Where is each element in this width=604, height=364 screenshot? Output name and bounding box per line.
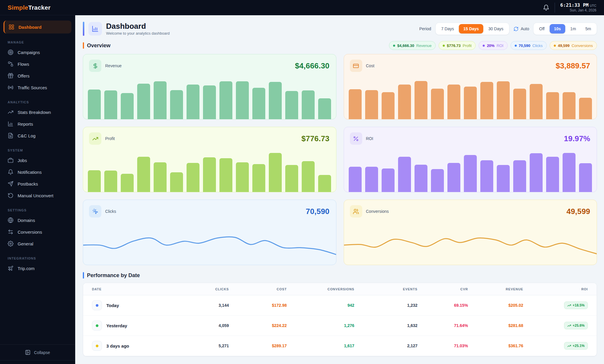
- section-label-system: SYSTEM: [8, 149, 67, 152]
- revenue-bar-chart: [88, 76, 331, 119]
- cell-roi: +25.6%: [573, 323, 585, 328]
- sidebar-item-label: Offers: [18, 73, 30, 78]
- sidebar-item-jobs[interactable]: Jobs: [0, 154, 75, 166]
- dollar-icon: [89, 60, 101, 72]
- chart-bar: [302, 90, 315, 119]
- cell-revenue: $361.76: [468, 343, 523, 348]
- badge-dot: [554, 45, 556, 47]
- cell-conversions: 1,276: [287, 323, 354, 328]
- sidebar-item-notifications[interactable]: Notifications: [0, 166, 75, 178]
- sidebar-item-label: Flows: [18, 62, 29, 67]
- card-label: Revenue: [105, 63, 122, 68]
- cell-cvr: 69.15%: [417, 303, 468, 308]
- conversions-card: Conversions 49,599: [344, 200, 597, 265]
- sidebar-item-cc-log[interactable]: C&C Log: [0, 130, 75, 141]
- cell-conversions: 942: [287, 303, 354, 308]
- sidebar-item-dashboard[interactable]: Dashboard: [4, 21, 71, 33]
- period-option-7-days[interactable]: 7 Days: [437, 24, 459, 33]
- chart-bar: [121, 174, 134, 192]
- bell-icon[interactable]: [543, 4, 549, 11]
- badge-value: 20%: [487, 43, 494, 48]
- cell-cost: $172.98: [229, 303, 287, 308]
- refresh-option-5m[interactable]: 5m: [581, 24, 595, 33]
- sidebar-item-postbacks[interactable]: Postbacks: [0, 178, 75, 190]
- date-dot: [96, 304, 98, 307]
- sidebar-item-domains[interactable]: Domains: [0, 214, 75, 226]
- column-header-roi: ROI: [523, 287, 588, 291]
- chart-bar: [415, 81, 427, 119]
- chart-bar: [203, 85, 216, 119]
- chart-bar: [137, 157, 150, 192]
- sidebar-item-reports[interactable]: Reports: [0, 118, 75, 130]
- cell-revenue: $205.02: [468, 303, 523, 308]
- sidebar-item-traffic-sources[interactable]: Traffic Sources: [0, 82, 75, 93]
- clicks-card: Clicks 70,590: [83, 200, 336, 265]
- chart-bar: [530, 84, 543, 119]
- refresh-option-10s[interactable]: 10s: [550, 24, 565, 33]
- bell-icon: [8, 169, 14, 175]
- sidebar-item-offers[interactable]: Offers: [0, 70, 75, 82]
- overview-title: Overview: [87, 43, 110, 49]
- sidebar-item-campaigns[interactable]: Campaigns: [0, 46, 75, 58]
- app-logo: SimpleTracker: [8, 4, 51, 11]
- period-option-30-days[interactable]: 30 Days: [484, 24, 508, 33]
- roi-change-badge: +25.1%: [564, 342, 588, 350]
- clicks-badge: 70,590Clicks: [511, 41, 547, 50]
- period-segment: 7 Days 15 Days 30 Days: [435, 23, 509, 35]
- sidebar-item-general[interactable]: General: [0, 238, 75, 250]
- badge-value: $776.73: [447, 43, 461, 48]
- chart-bar: [513, 89, 526, 119]
- chart-bar: [219, 158, 232, 192]
- sidebar-item-manual-unconvert[interactable]: Manual Unconvert: [0, 190, 75, 201]
- cell-clicks: 4,059: [165, 323, 229, 328]
- sidebar-item-flows[interactable]: Flows: [0, 58, 75, 70]
- collapse-button[interactable]: Collapse: [0, 344, 75, 360]
- badge-dot: [443, 45, 445, 47]
- chart-bar: [187, 163, 199, 192]
- column-header-events: EVENTS: [354, 287, 417, 291]
- sidebar-item-stats-breakdown[interactable]: Stats Breakdown: [0, 106, 75, 118]
- arrows-left-right-icon: [8, 229, 14, 235]
- section-label-analytics: ANALYTICS: [8, 100, 67, 104]
- badge-label: Conversions: [572, 43, 593, 48]
- cell-events: 1,632: [354, 323, 417, 328]
- conversions-badge: 49,599Conversions: [550, 41, 597, 50]
- cursor-click-icon: [89, 205, 101, 218]
- column-header-clicks: CLICKS: [165, 287, 229, 291]
- card-value: 19.97%: [564, 134, 590, 143]
- period-label: Period: [419, 26, 431, 31]
- sidebar-item-label: Conversions: [18, 230, 42, 235]
- plane-icon: [8, 265, 14, 271]
- sidebar-item-trip-com[interactable]: Trip.com: [0, 262, 75, 274]
- sidebar-item-label: Dashboard: [19, 25, 41, 30]
- period-option-15-days[interactable]: 15 Days: [459, 24, 483, 33]
- trending-up-icon: [8, 109, 14, 115]
- refresh-segment: Off 10s 1m 5m: [533, 23, 597, 35]
- sidebar-item-label: General: [18, 241, 33, 246]
- refresh-option-off[interactable]: Off: [535, 24, 549, 33]
- chart-bar: [431, 169, 444, 192]
- chart-bar: [349, 167, 362, 192]
- date-dot-chip: [92, 341, 102, 351]
- user-menu[interactable]: Test User: [0, 360, 75, 364]
- cell-date: Today: [106, 303, 119, 308]
- conversions-line-chart: [344, 226, 597, 264]
- chart-bar: [415, 165, 427, 192]
- chart-bar: [121, 93, 134, 119]
- card-value: $3,889.57: [556, 61, 590, 70]
- sidebar-item-conversions[interactable]: Conversions: [0, 226, 75, 238]
- radio-icon: [8, 85, 14, 90]
- badge-label: Revenue: [416, 43, 432, 48]
- chart-bar: [513, 160, 526, 192]
- cell-cost: $224.22: [229, 323, 287, 328]
- card-label: Clicks: [105, 209, 116, 214]
- chart-bar: [252, 164, 265, 192]
- panel-collapse-icon: [25, 350, 31, 355]
- gear-icon: [8, 241, 14, 247]
- table-row: 3 days ago 5,271 $289.17 1,617 2,127 71.…: [83, 336, 597, 356]
- roi-bar-chart: [349, 149, 592, 192]
- chart-bar: [497, 165, 510, 192]
- chart-bar: [269, 82, 282, 119]
- refresh-option-1m[interactable]: 1m: [566, 24, 580, 33]
- revenue-badge: $4,666.30Revenue: [389, 41, 436, 50]
